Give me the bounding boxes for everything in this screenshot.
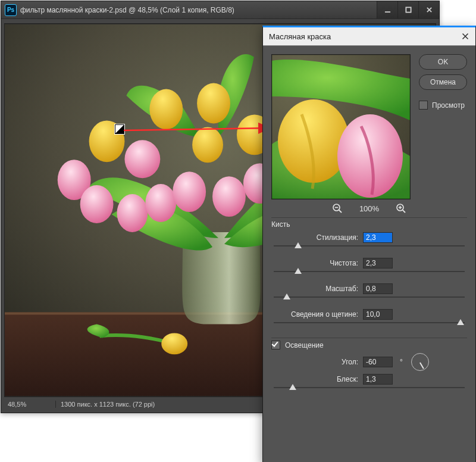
bristle-label: Сведения о щетине: (274, 310, 358, 319)
stylization-label: Стилизация: (274, 233, 358, 242)
svg-line-31 (339, 210, 342, 213)
svg-line-34 (403, 210, 405, 213)
svg-point-17 (173, 171, 206, 212)
stylization-input[interactable] (363, 232, 393, 243)
lighting-checkbox[interactable] (271, 341, 280, 349)
stage: Ps фильтр маслянной краски-2.psd @ 48,5%… (0, 0, 476, 462)
dialog-titlebar[interactable]: Масляная краска (263, 27, 475, 46)
svg-point-18 (212, 176, 246, 217)
titlebar[interactable]: Ps фильтр маслянной краски-2.psd @ 48,5%… (1, 1, 439, 19)
shine-label: Блеск: (274, 375, 358, 383)
cleanliness-label: Чистота: (274, 259, 358, 267)
preview-zoom-row: 100% (263, 203, 475, 214)
svg-point-9 (197, 83, 230, 124)
dialog-body: OK Отмена Просмотр (263, 46, 475, 205)
svg-point-14 (117, 194, 148, 232)
svg-point-15 (145, 184, 176, 222)
lighting-panel-title-row[interactable]: Освещение (271, 341, 467, 349)
preview-checkbox-row[interactable]: Просмотр (419, 101, 467, 110)
photoshop-logo-icon: Ps (5, 4, 17, 16)
angle-input[interactable] (363, 357, 393, 367)
cancel-button[interactable]: Отмена (419, 74, 467, 90)
shine-input[interactable] (363, 374, 393, 385)
angle-param: Угол: ° (271, 353, 467, 371)
status-dimensions: 1300 пикс. x 1123 пикс. (72 ppi) (56, 401, 155, 408)
close-button[interactable] (418, 1, 439, 18)
preview-zoom-value: 100% (359, 204, 379, 213)
svg-point-22 (161, 333, 187, 354)
svg-point-16 (124, 140, 160, 178)
bristle-input[interactable] (363, 309, 393, 320)
brush-panel-title: Кисть (271, 220, 467, 229)
scale-param: Масштаб: (271, 283, 467, 306)
cleanliness-input[interactable] (363, 258, 393, 269)
preview-checkbox[interactable] (419, 101, 428, 110)
lighting-panel-title: Освещение (285, 341, 324, 349)
scale-label: Масштаб: (274, 285, 358, 293)
minimize-button[interactable] (377, 1, 397, 18)
dialog-title: Масляная краска (269, 32, 331, 41)
preview-checkbox-label: Просмотр (432, 101, 465, 110)
shine-param: Блеск: (271, 374, 467, 397)
status-zoom[interactable]: 48,5% (4, 401, 56, 408)
svg-point-13 (80, 185, 114, 223)
filter-preview[interactable] (271, 54, 411, 199)
svg-point-10 (192, 127, 223, 163)
angle-dial[interactable] (411, 353, 429, 371)
brush-panel: Кисть Стилизация: Чистота: (271, 217, 467, 332)
window-controls (377, 1, 439, 18)
stylization-slider[interactable] (274, 243, 465, 255)
bristle-slider[interactable] (274, 320, 465, 332)
stylization-param: Стилизация: (271, 232, 467, 255)
window-title: фильтр маслянной краски-2.psd @ 48,5% (С… (20, 6, 234, 14)
maximize-button[interactable] (397, 1, 418, 18)
angle-label: Угол: (274, 358, 358, 366)
zoom-in-icon[interactable] (396, 203, 406, 214)
oil-paint-dialog: Масляная краска (262, 26, 476, 462)
zoom-out-icon[interactable] (332, 203, 343, 214)
scale-slider[interactable] (274, 294, 465, 306)
shine-slider[interactable] (274, 385, 465, 397)
preview-source-marker[interactable] (115, 124, 124, 134)
svg-rect-1 (406, 7, 411, 12)
svg-point-8 (149, 89, 183, 130)
bristle-param: Сведения о щетине: (271, 309, 467, 332)
ok-button[interactable]: OK (419, 54, 467, 70)
dialog-close-button[interactable] (459, 30, 472, 43)
cleanliness-slider[interactable] (274, 269, 465, 280)
lighting-panel: Освещение Угол: ° Блеск: (271, 338, 467, 397)
scale-input[interactable] (363, 283, 393, 294)
cleanliness-param: Чистота: (271, 258, 467, 280)
degree-symbol: ° (400, 358, 403, 366)
dialog-button-column: OK Отмена Просмотр (419, 54, 467, 199)
